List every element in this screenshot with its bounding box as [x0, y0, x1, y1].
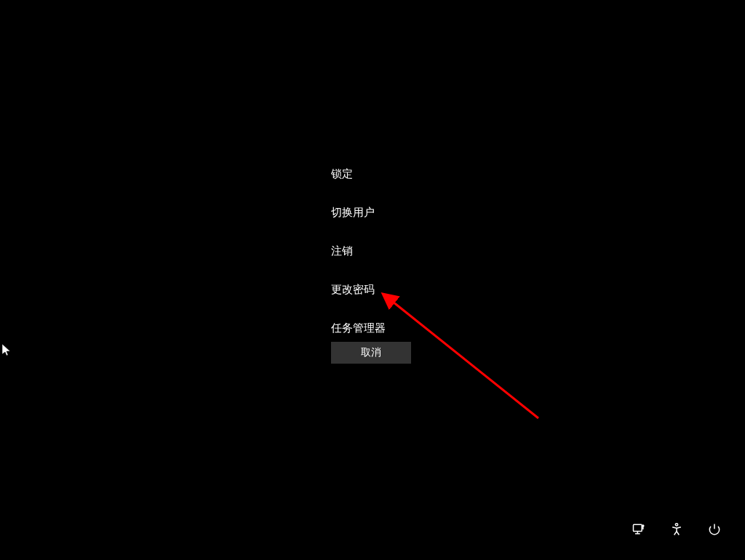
- network-icon[interactable]: [630, 521, 648, 538]
- svg-line-9: [393, 302, 538, 418]
- menu-item-switch-user[interactable]: 切换用户: [331, 199, 386, 227]
- menu-item-label: 注销: [331, 244, 353, 257]
- security-options-menu: 锁定 切换用户 注销 更改密码 任务管理器: [331, 160, 386, 353]
- svg-point-5: [675, 524, 677, 526]
- menu-item-task-manager[interactable]: 任务管理器: [331, 314, 386, 343]
- accessibility-icon[interactable]: [668, 521, 685, 538]
- svg-point-3: [642, 525, 644, 527]
- menu-item-label: 切换用户: [331, 206, 375, 218]
- svg-rect-0: [634, 524, 642, 531]
- power-icon[interactable]: [706, 521, 723, 538]
- menu-item-lock[interactable]: 锁定: [331, 160, 386, 188]
- menu-item-label: 任务管理器: [331, 321, 386, 334]
- bottom-icon-bar: [630, 521, 723, 538]
- menu-item-label: 锁定: [331, 167, 353, 180]
- cancel-button[interactable]: 取消: [331, 342, 411, 364]
- menu-item-label: 更改密码: [331, 283, 375, 295]
- mouse-cursor-icon: [2, 344, 12, 357]
- menu-item-change-password[interactable]: 更改密码: [331, 276, 386, 304]
- menu-item-sign-out[interactable]: 注销: [331, 237, 386, 265]
- cancel-button-label: 取消: [361, 346, 381, 358]
